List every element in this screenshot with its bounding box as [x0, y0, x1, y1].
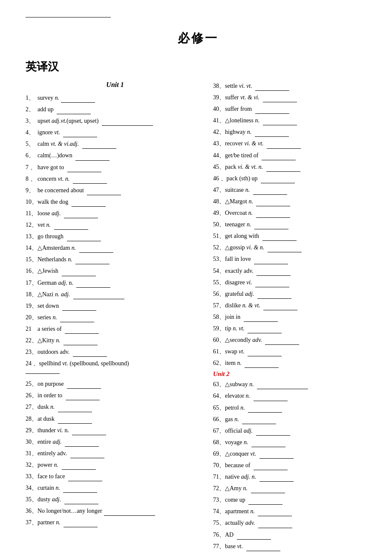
list-item: 71、 native adj. n.	[213, 472, 383, 482]
list-item: 29、 thunder vi. n.	[26, 425, 205, 435]
list-item: 76、 AD	[213, 530, 383, 540]
list-item: 35、 dusty adj.	[26, 494, 205, 504]
list-item: 32、 power n.	[26, 460, 205, 470]
list-item: 50、 teenager n.	[213, 220, 383, 229]
list-item: 54、 exactly adv.	[213, 266, 383, 276]
content-wrapper: Unit 1 1、 survey n. 2、 add up 3、 upset a…	[26, 81, 371, 555]
list-item: 78、 at present	[213, 553, 383, 555]
list-item: 62、 item n.	[213, 358, 383, 368]
right-vocab-list-unit1: 38、 settle vi. vt. 39、 suffer vt. & vi. …	[213, 81, 383, 368]
list-item: 9、 be concerned about	[26, 185, 205, 195]
list-item: 55、 disagree vi.	[213, 278, 383, 287]
list-item: 63、 △subway n.	[213, 379, 383, 389]
list-item: 24 、 spellbind vt. (spellbound, spellbou…	[26, 358, 205, 368]
list-item: 41、 △loneliness n.	[213, 116, 383, 125]
list-item: 44、 get/be tired of	[213, 150, 383, 160]
unit1-title-left: Unit 1	[26, 81, 205, 89]
list-item: 51、 get along with	[213, 231, 383, 241]
list-item: 68、 voyage n.	[213, 437, 383, 447]
list-item: 16、 △Jewish	[26, 266, 205, 276]
list-item: 56、 grateful adj.	[213, 289, 383, 299]
list-item: 27、 dusk n.	[26, 402, 205, 412]
list-item: 21 a series of	[26, 324, 205, 334]
list-item: 43、 recover vi. & vt.	[213, 139, 383, 148]
list-item: 25、 on purpose	[26, 379, 205, 389]
list-item: 40、 suffer from	[213, 104, 383, 114]
list-item: 75、 actually adv.	[213, 518, 383, 528]
list-item: 38、 settle vi. vt.	[213, 81, 383, 91]
list-item: 66、 gas n.	[213, 414, 383, 424]
list-item: 31、 entirely adv.	[26, 448, 205, 458]
list-item: 34、 curtain n.	[26, 483, 205, 493]
list-item: 77、 base vt.	[213, 541, 383, 551]
list-item: 74、 apartment n.	[213, 506, 383, 516]
list-item: 11、 loose adj.	[26, 208, 205, 218]
list-item: 13、 go through	[26, 231, 205, 241]
list-item: 7 、 have got to	[26, 162, 205, 172]
list-item: 33、 face to face	[26, 471, 205, 481]
list-item: 49、 Overcoat n.	[213, 208, 383, 218]
list-item: 28、 at dusk	[26, 414, 205, 424]
list-item: 73、 come up	[213, 495, 383, 505]
unit2-title: Unit 2	[213, 370, 383, 378]
list-item: 17、 German adj. n.	[26, 278, 205, 288]
left-vocab-list-2: 25、 on purpose 26、 in order to 27、 dusk …	[26, 379, 205, 527]
right-vocab-list-unit2: 63、 △subway n. 64、 elevator n. 65、 petro…	[213, 379, 383, 555]
right-column: 38、 settle vi. vt. 39、 suffer vt. & vi. …	[205, 81, 383, 555]
list-item: 19、 set down	[26, 301, 205, 311]
list-item: 60、 △secondly adv.	[213, 335, 383, 345]
left-column: Unit 1 1、 survey n. 2、 add up 3、 upset a…	[26, 81, 205, 555]
list-item: 47、 suitcase n.	[213, 185, 383, 195]
list-item: 37、 partner n.	[26, 517, 205, 527]
list-item: 20、 series n.	[26, 312, 205, 322]
divider	[26, 373, 60, 374]
list-item: 48、 △Margot n.	[213, 197, 383, 206]
list-item: 46 、 pack (sth) up	[213, 173, 383, 183]
top-line	[26, 17, 111, 17]
list-item: 61、 swap vt.	[213, 347, 383, 356]
list-item: 53、 fall in love	[213, 254, 383, 264]
list-item: 23、 outdoors adv.	[26, 347, 205, 357]
list-item: 69、 △conquer vt.	[213, 449, 383, 459]
list-item: 67、 official adj.	[213, 426, 383, 436]
list-item: 59、 tip n. vt.	[213, 324, 383, 333]
list-item: 4、 ignore vt.	[26, 127, 205, 137]
list-item: 12、 vet n.	[26, 220, 205, 230]
list-item: 30、 entire adj.	[26, 437, 205, 447]
list-item: 65、 petrol n.	[213, 403, 383, 413]
list-item: 10、 walk the dog	[26, 197, 205, 207]
list-item: 2、 add up	[26, 104, 205, 114]
list-item: 39、 suffer vt. & vi.	[213, 92, 383, 102]
list-item: 14、 △Amsterdam n.	[26, 243, 205, 253]
list-item: 42、 highway n.	[213, 127, 383, 137]
list-item: 8 、 concern vt. n.	[26, 174, 205, 184]
list-item: 52、 △gossip vi. & n.	[213, 243, 383, 252]
list-item: 70、 because of	[213, 460, 383, 470]
list-item: 6、 calm(…)down	[26, 150, 205, 160]
list-item: 5、 calm vt. & vi.adj.	[26, 139, 205, 149]
main-title: 必修一	[26, 30, 371, 46]
list-item: 22、 △Kitty n.	[26, 335, 205, 345]
section-title: 英译汉	[26, 59, 371, 74]
list-item: 45、 pack vi. & vt. n.	[213, 162, 383, 172]
list-item: 26、 in order to	[26, 390, 205, 400]
list-item: 15、 Netherlands n.	[26, 254, 205, 264]
list-item: 36、 No longer/not…any longer	[26, 506, 205, 516]
list-item: 57、 dislike n. & vt.	[213, 301, 383, 310]
left-vocab-list: 1、 survey n. 2、 add up 3、 upset adj.vt.(…	[26, 93, 205, 368]
list-item: 58、 join in	[213, 312, 383, 322]
list-item: 72、 △Amy n.	[213, 483, 383, 493]
list-item: 18、 △Nazi n. adj.	[26, 289, 205, 299]
list-item: 64、 elevator n.	[213, 391, 383, 401]
list-item: 3、 upset adj.vt.(upset, upset)	[26, 116, 205, 126]
list-item: 1、 survey n.	[26, 93, 205, 103]
